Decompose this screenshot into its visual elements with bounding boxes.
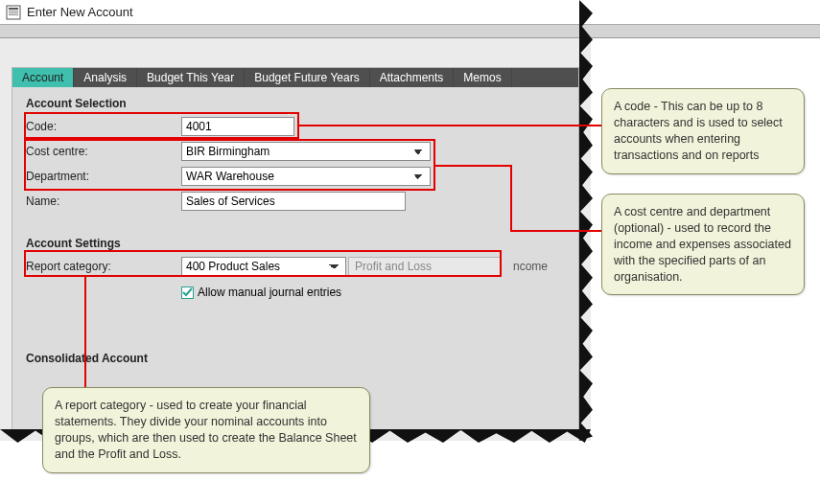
cost-centre-select[interactable]: BIR Birmingham bbox=[181, 142, 431, 161]
row-allow-manual: Allow manual journal entries bbox=[12, 279, 578, 306]
tab-strip: Account Analysis Budget This Year Budget… bbox=[12, 68, 578, 87]
tabs-remainder bbox=[512, 68, 578, 87]
workarea: Account Analysis Budget This Year Budget… bbox=[0, 38, 591, 441]
row-report-category: Report category: 400 Product Sales Profi… bbox=[12, 254, 578, 279]
section-account-selection: Account Selection bbox=[12, 87, 578, 114]
tab-budget-this-year[interactable]: Budget This Year bbox=[137, 68, 245, 87]
allow-manual-label: Allow manual journal entries bbox=[198, 286, 341, 299]
tab-analysis[interactable]: Analysis bbox=[74, 68, 137, 87]
window-title: Enter New Account bbox=[27, 5, 133, 19]
callout-code: A code - This can be up to 8 characters … bbox=[601, 88, 805, 174]
allow-manual-checkbox[interactable] bbox=[181, 286, 194, 299]
svg-rect-3 bbox=[9, 12, 18, 13]
department-select[interactable]: WAR Warehouse bbox=[181, 167, 431, 186]
svg-rect-4 bbox=[9, 14, 18, 15]
toolbar-strip bbox=[0, 25, 820, 38]
svg-rect-1 bbox=[9, 8, 18, 10]
code-input[interactable] bbox=[181, 117, 294, 136]
income-suffix: ncome bbox=[513, 260, 548, 273]
tab-account[interactable]: Account bbox=[12, 68, 74, 87]
tab-budget-future-years[interactable]: Budget Future Years bbox=[245, 68, 369, 87]
row-code: Code: bbox=[12, 114, 578, 139]
tab-attachments[interactable]: Attachments bbox=[370, 68, 455, 87]
label-cost-centre: Cost centre: bbox=[26, 145, 181, 158]
row-name: Name: bbox=[12, 189, 578, 214]
tab-memos[interactable]: Memos bbox=[454, 68, 511, 87]
label-name: Name: bbox=[26, 195, 181, 208]
window-titlebar: Enter New Account bbox=[0, 0, 820, 25]
label-code: Code: bbox=[26, 120, 181, 133]
label-department: Department: bbox=[26, 170, 181, 183]
name-input[interactable] bbox=[181, 192, 406, 211]
callout-cost-dept: A cost centre and department (optional) … bbox=[601, 194, 805, 295]
form-panel: Account Analysis Budget This Year Budget… bbox=[12, 67, 579, 431]
svg-rect-2 bbox=[9, 11, 18, 11]
window-icon bbox=[6, 5, 21, 20]
report-type-display: Profit and Loss bbox=[348, 257, 502, 276]
section-account-settings: Account Settings bbox=[12, 227, 578, 254]
callout-report-category: A report category - used to create your … bbox=[42, 387, 370, 473]
row-cost-centre: Cost centre: BIR Birmingham bbox=[12, 139, 578, 164]
label-report-category: Report category: bbox=[26, 260, 181, 273]
row-department: Department: WAR Warehouse bbox=[12, 164, 578, 189]
section-consolidated: Consolidated Account bbox=[12, 342, 578, 369]
report-category-select[interactable]: 400 Product Sales bbox=[181, 257, 346, 276]
